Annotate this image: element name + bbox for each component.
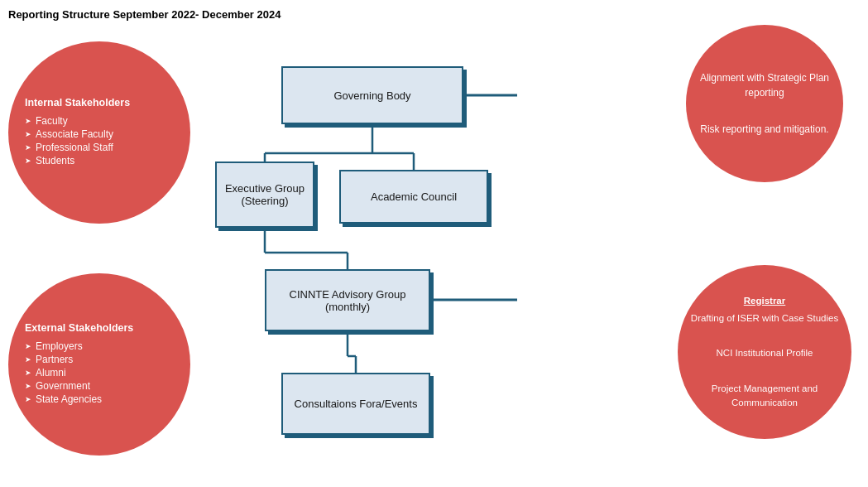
top-right-circle: Alignment with Strategic Plan reporting … [686, 25, 843, 182]
executive-group-box: Executive Group (Steering) [215, 162, 314, 228]
list-item: Professional Staff [25, 142, 113, 153]
external-list: Employers Partners Alumni Government Sta… [25, 340, 102, 407]
bottom-right-circle: Registrar Drafting of ISER with Case Stu… [678, 265, 851, 439]
bottom-right-text: Registrar Drafting of ISER with Case Stu… [690, 291, 839, 414]
page: Reporting Structure September 2022- Dece… [0, 0, 868, 487]
list-item: State Agencies [25, 393, 102, 405]
external-heading: External Stakeholders [25, 322, 133, 334]
internal-stakeholders-circle: Internal Stakeholders Faculty Associate … [8, 41, 190, 224]
list-item: Students [25, 155, 113, 166]
page-title: Reporting Structure September 2022- Dece… [8, 8, 281, 21]
consultations-box: Consultaions Fora/Events [281, 373, 430, 435]
list-item: Partners [25, 354, 102, 365]
top-right-text: Alignment with Strategic Plan reporting … [698, 67, 831, 140]
list-item: Government [25, 380, 102, 392]
academic-council-box: Academic Council [339, 170, 488, 224]
list-item: Faculty [25, 115, 113, 127]
internal-heading: Internal Stakeholders [25, 97, 130, 108]
list-item: Alumni [25, 367, 102, 379]
cinnte-advisory-box: CINNTE Advisory Group (monthly) [265, 269, 430, 331]
internal-list: Faculty Associate Faculty Professional S… [25, 115, 113, 168]
external-stakeholders-circle: External Stakeholders Employers Partners… [8, 273, 190, 456]
diagram-area: Governing Body Executive Group (Steering… [190, 33, 669, 470]
governing-body-box: Governing Body [281, 66, 463, 124]
list-item: Employers [25, 340, 102, 352]
list-item: Associate Faculty [25, 128, 113, 140]
